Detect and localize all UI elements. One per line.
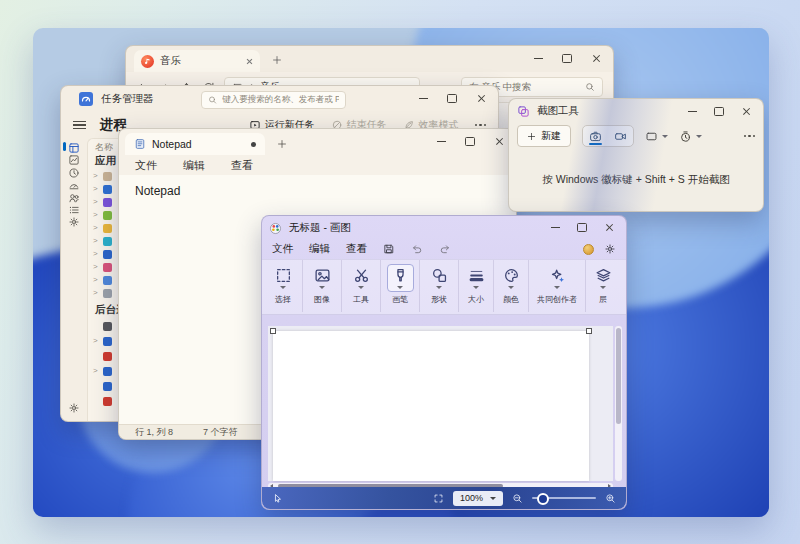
paint-tool-label: 图像 — [314, 294, 330, 305]
brush-icon — [392, 267, 409, 284]
menu-file[interactable]: 文件 — [135, 158, 157, 173]
zoom-in-icon[interactable] — [605, 493, 616, 504]
sidebar-processes-icon[interactable] — [68, 140, 80, 152]
maximize-button[interactable] — [712, 104, 726, 118]
vertical-scrollbar[interactable] — [615, 326, 622, 481]
search-icon — [585, 82, 595, 92]
close-button[interactable] — [739, 104, 753, 118]
maximize-button[interactable] — [445, 91, 459, 105]
desktop-wallpaper[interactable]: 音乐 音乐 在 音乐 中搜索 — [33, 28, 769, 517]
process-icon — [103, 250, 112, 259]
sidebar-performance-icon[interactable] — [68, 152, 80, 164]
cursor-icon — [272, 493, 283, 504]
paint-tool-layers[interactable]: 层 — [586, 260, 620, 312]
maximize-button[interactable] — [575, 220, 589, 234]
menu-edit[interactable]: 编辑 — [183, 158, 205, 173]
paint-menubar: 文件 编辑 查看 — [262, 239, 626, 259]
paint-window[interactable]: 无标题 - 画图 文件 编辑 查看 选择图像工具画笔形状大小颜色共同创作者层 — [261, 215, 627, 510]
paint-tool-shapes[interactable]: 形状 — [420, 260, 459, 312]
save-icon[interactable] — [383, 243, 395, 255]
gear-icon[interactable] — [604, 243, 616, 255]
paint-tool-cocreator[interactable]: 共同创作者 — [529, 260, 586, 312]
fit-to-window-icon[interactable] — [433, 493, 444, 504]
sidebar-settings-icon[interactable] — [68, 400, 80, 412]
notepad-tab[interactable]: Notepad — [125, 133, 265, 155]
paint-tool-select[interactable]: 选择 — [264, 260, 303, 312]
task-manager-titlebar[interactable]: 任务管理器 — [79, 92, 154, 106]
redo-icon[interactable] — [439, 243, 451, 255]
paint-titlebar[interactable]: 无标题 - 画图 — [269, 221, 351, 235]
paint-tool-label: 形状 — [431, 294, 447, 305]
minimize-button[interactable] — [531, 51, 545, 65]
cocreator-icon — [549, 267, 566, 284]
paint-tool-size[interactable]: 大小 — [459, 260, 494, 312]
snipping-tool-window[interactable]: 截图工具 新建 — [508, 98, 764, 212]
column-header-name[interactable]: 名称 — [95, 141, 113, 154]
zoom-level-dropdown[interactable]: 100% — [453, 491, 503, 506]
resize-handle[interactable] — [586, 328, 592, 334]
more-icon[interactable] — [475, 124, 487, 127]
maximize-button[interactable] — [560, 51, 574, 65]
paint-tool-label: 共同创作者 — [537, 294, 577, 305]
close-button[interactable] — [492, 134, 506, 148]
menu-file[interactable]: 文件 — [272, 242, 293, 256]
chevron-down-icon — [508, 286, 514, 289]
sidebar-app-history-icon[interactable] — [68, 165, 80, 177]
close-button[interactable] — [602, 220, 616, 234]
task-manager-icon — [79, 92, 93, 106]
process-icon — [103, 289, 112, 298]
process-icon — [103, 172, 112, 181]
close-button[interactable] — [589, 51, 603, 65]
slider-thumb[interactable] — [537, 493, 549, 505]
menu-edit[interactable]: 编辑 — [309, 242, 330, 256]
minimize-button[interactable] — [548, 220, 562, 234]
snipping-tool-titlebar[interactable]: 截图工具 — [517, 104, 579, 118]
record-mode-button[interactable] — [608, 126, 633, 146]
process-icon — [103, 237, 112, 246]
tools-icon — [353, 267, 370, 284]
sidebar-details-icon[interactable] — [68, 202, 80, 214]
badge-icon[interactable] — [583, 244, 594, 255]
tab-close-icon[interactable] — [246, 58, 253, 65]
layers-icon — [595, 267, 612, 284]
snip-mode-button[interactable] — [583, 126, 608, 146]
paint-tool-brush[interactable]: 画笔 — [381, 260, 420, 312]
minimize-button[interactable] — [434, 134, 448, 148]
process-icon — [103, 185, 112, 194]
window-title: 任务管理器 — [101, 92, 154, 106]
snipping-tool-icon — [517, 105, 530, 118]
resize-handle[interactable] — [270, 328, 276, 334]
explorer-tab-label: 音乐 — [160, 54, 181, 68]
paint-tool-label: 层 — [599, 294, 607, 305]
sidebar-startup-apps-icon[interactable] — [68, 177, 80, 189]
paint-canvas[interactable] — [273, 331, 589, 481]
close-button[interactable] — [474, 91, 488, 105]
mode-toggle — [582, 125, 634, 147]
zoom-slider[interactable] — [532, 497, 596, 499]
process-search-input[interactable]: 键入要搜索的名称、发布者或 PID — [201, 91, 346, 109]
paint-tool-colors[interactable]: 颜色 — [494, 260, 529, 312]
minimize-button[interactable] — [685, 104, 699, 118]
undo-icon[interactable] — [411, 243, 423, 255]
more-icon[interactable] — [744, 135, 756, 138]
notepad-tab-label: Notepad — [152, 138, 192, 150]
sidebar-services-icon[interactable] — [68, 214, 80, 226]
paint-tool-image[interactable]: 图像 — [303, 260, 342, 312]
cursor-position: 行 1, 列 8 — [135, 426, 173, 439]
new-snip-button[interactable]: 新建 — [517, 125, 571, 147]
paint-tool-tools[interactable]: 工具 — [342, 260, 381, 312]
zoom-out-icon[interactable] — [512, 493, 523, 504]
menu-view[interactable]: 查看 — [231, 158, 253, 173]
task-manager-sidebar — [61, 138, 87, 421]
menu-icon[interactable] — [73, 119, 86, 132]
snip-shape-dropdown[interactable] — [645, 130, 668, 143]
delay-dropdown[interactable] — [679, 130, 702, 143]
new-tab-button[interactable] — [277, 139, 287, 149]
maximize-button[interactable] — [463, 134, 477, 148]
process-icon — [103, 382, 112, 391]
sidebar-users-icon[interactable] — [68, 190, 80, 202]
menu-view[interactable]: 查看 — [346, 242, 367, 256]
minimize-button[interactable] — [416, 91, 430, 105]
new-tab-button[interactable] — [272, 55, 282, 65]
explorer-tab-music[interactable]: 音乐 — [134, 50, 260, 72]
